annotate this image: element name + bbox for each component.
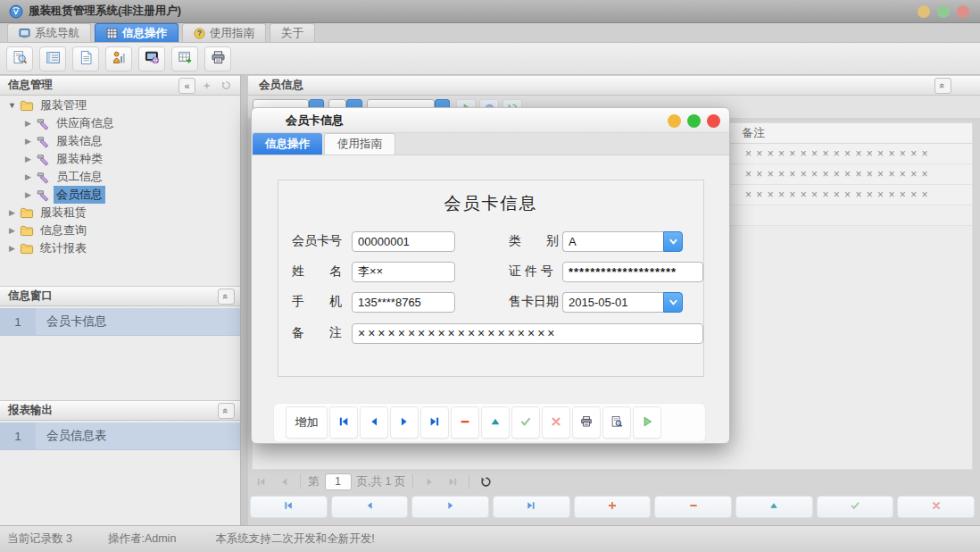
expander-icon[interactable]: ▶ [23,172,33,181]
tool-icon [36,171,50,183]
record-next-button[interactable] [411,496,489,518]
page-first-icon[interactable] [252,473,270,490]
app-logo-icon [9,4,23,19]
expander-icon[interactable]: ▶ [7,208,17,217]
page-refresh-icon[interactable] [477,473,494,490]
tab-1[interactable]: 信息操作 [95,23,179,42]
last-button[interactable] [420,406,449,439]
add-button[interactable]: 增加 [286,406,328,439]
record-last-button[interactable] [493,496,570,518]
search-doc-button[interactable] [6,46,33,71]
monitor-globe-button[interactable] [138,46,165,71]
first-button[interactable] [329,406,358,439]
expander-icon[interactable]: ▼ [7,101,17,110]
tree-item-label[interactable]: 服装租赁 [37,204,89,222]
tree-item-label[interactable]: 信息查询 [37,222,89,239]
record-first-button[interactable] [250,496,328,518]
remark-input[interactable] [352,323,703,344]
name-input[interactable] [352,262,455,282]
record-edit-button[interactable] [735,496,813,518]
expander-icon[interactable]: ▶ [23,137,33,146]
tree-item-label[interactable]: 服装信息 [54,132,105,150]
prev-button[interactable] [360,406,388,439]
page-last-icon[interactable] [444,473,461,490]
collapse-up-icon[interactable]: « [218,289,235,305]
expander-icon[interactable]: ▶ [23,119,33,128]
page-next-icon[interactable] [420,473,438,490]
dialog-maximize-button[interactable] [687,114,701,128]
tool-icon [36,188,50,201]
print-button[interactable] [572,406,601,439]
sidebar-splitter[interactable] [241,75,248,525]
maximize-button[interactable] [937,5,950,18]
tab-0[interactable]: 系统导航 [7,23,91,42]
user-chart-button[interactable] [105,46,132,71]
refresh-icon[interactable] [218,78,235,94]
list-item[interactable]: 1会员信息表 [0,422,240,450]
sale-date-combo[interactable] [562,292,683,313]
tree-item[interactable]: ▶会员信息 [0,186,240,204]
expander-icon[interactable]: ▶ [23,155,33,163]
remove-icon [688,500,699,514]
minimize-button[interactable] [918,5,930,18]
tree-item[interactable]: ▶供应商信息 [0,114,240,132]
add-icon[interactable]: ＋ [198,78,215,94]
id-no-input[interactable] [562,262,703,282]
tree-item[interactable]: ▶员工信息 [0,168,240,186]
cancel-button[interactable] [542,406,570,439]
printer-button[interactable] [204,46,231,71]
preview-button[interactable] [602,406,631,439]
tab-2[interactable]: ?使用指南 [182,23,266,42]
tree-item-label[interactable]: 员工信息 [54,168,105,186]
dialog-tab-info-operation[interactable]: 信息操作 [253,133,322,155]
tree-item-label[interactable]: 供应商信息 [54,114,117,132]
close-button[interactable] [957,5,969,18]
table-add-button[interactable] [171,46,198,71]
sale-date-input[interactable] [562,292,663,313]
panel-header-report-output: 报表输出 « [0,400,240,421]
expander-icon[interactable]: ▶ [7,226,17,235]
form-list-button[interactable] [39,46,66,71]
expander-icon[interactable]: ▶ [7,244,17,253]
tree-item-label[interactable]: 会员信息 [54,186,105,204]
collapse-left-icon[interactable]: « [179,78,195,94]
list-item-index: 1 [0,308,36,335]
post-button[interactable] [511,406,540,439]
record-add-button[interactable] [574,496,652,518]
tree-item[interactable]: ▼服装管理 [0,96,240,114]
phone-input[interactable] [352,292,455,313]
tree-item[interactable]: ▶服装租赁 [0,204,240,222]
record-prev-button[interactable] [331,496,409,518]
tab-3[interactable]: 关于 [270,23,315,42]
category-dropdown-icon[interactable] [663,231,683,252]
record-cancel-button[interactable] [897,496,975,518]
record-post-button[interactable] [817,496,894,518]
tree-item[interactable]: ▶服装种类 [0,150,240,168]
next-button[interactable] [390,406,419,439]
tree-item-label[interactable]: 统计报表 [37,239,89,257]
remove-button[interactable] [451,406,479,439]
page-prev-icon[interactable] [275,473,293,490]
execute-button[interactable] [633,406,661,439]
dialog-tab-user-guide[interactable]: 使用指南 [324,133,395,155]
tree-item[interactable]: ▶信息查询 [0,222,240,239]
tree-item-label[interactable]: 服装管理 [37,96,89,114]
dialog-titlebar[interactable]: 会员卡信息 [252,108,729,133]
tree-item[interactable]: ▶服装信息 [0,132,240,150]
edit-button[interactable] [481,406,510,439]
sale-date-dropdown-icon[interactable] [663,292,683,313]
page-number-input[interactable] [325,473,352,490]
collapse-up-icon[interactable]: « [934,78,951,94]
tree-item[interactable]: ▶统计报表 [0,239,240,257]
expander-icon[interactable]: ▶ [23,190,33,199]
list-item[interactable]: 1会员卡信息 [0,308,240,336]
record-remove-button[interactable] [654,496,732,518]
dialog-minimize-button[interactable] [668,114,681,128]
collapse-up-icon[interactable]: « [218,403,235,419]
dialog-close-button[interactable] [707,114,720,128]
card-no-input[interactable] [352,231,455,252]
tree-item-label[interactable]: 服装种类 [54,150,105,168]
category-input[interactable] [562,231,663,252]
document-button[interactable] [72,46,99,71]
category-combo[interactable] [562,231,683,252]
